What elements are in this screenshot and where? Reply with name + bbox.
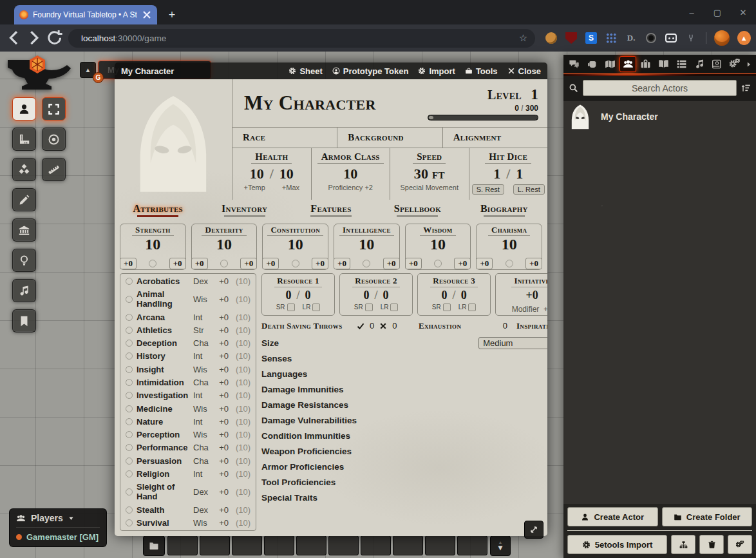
sound-controls[interactable] [12,279,36,302]
url-text[interactable]: localhost:30000/game [81,34,514,43]
macro-slot[interactable] [167,535,198,555]
skill-proficiency-radio[interactable] [126,392,133,399]
macro-slot[interactable] [296,535,326,555]
token-controls[interactable] [12,97,36,120]
skill-proficiency-radio[interactable] [126,519,133,526]
macro-slot[interactable] [425,535,455,555]
background-field[interactable]: Background [337,128,442,148]
sidebar-collapse-icon[interactable] [745,61,753,68]
skill-row[interactable]: History Int +0 (10) [126,351,250,361]
search-input[interactable] [583,80,737,96]
intelligence[interactable]: Intelligence 10 +0 +0 [334,224,400,270]
browser-tab[interactable]: Foundry Virtual Tabletop • A Stan [14,5,157,24]
skill-row[interactable]: Perception Wis +0 (10) [126,430,250,439]
charisma[interactable]: Charisma 10 +0 +0 [476,224,542,270]
skill-row[interactable]: Insight Wis +0 (10) [126,365,250,374]
skill-proficiency-radio[interactable] [126,327,133,334]
skill-proficiency-radio[interactable] [126,296,133,303]
tab-close-icon[interactable] [142,10,152,20]
new-tab-button[interactable]: + [164,6,180,23]
delete-button[interactable] [699,535,724,554]
ability-save[interactable]: +0 [454,258,471,269]
long-rest-checkbox[interactable] [390,303,398,311]
save-proficiency-radio[interactable] [149,260,156,267]
skill-proficiency-radio[interactable] [126,379,133,386]
skill-proficiency-radio[interactable] [126,506,133,514]
ability-save[interactable]: +0 [383,258,400,269]
playlists[interactable] [691,56,708,72]
resource-2[interactable]: Resource 2 0/0 SR LR [339,273,413,316]
skill-proficiency-radio[interactable] [126,457,133,465]
bookmark-star-icon[interactable]: ☆ [519,32,527,44]
skill-row[interactable]: Animal Handling Wis +0 (10) [126,289,250,309]
macro-slot[interactable] [328,535,359,555]
xp-counter[interactable]: 0 / 300 [428,104,538,113]
folder-tree-button[interactable] [671,535,695,554]
skill-proficiency-radio[interactable] [126,366,133,373]
drawing-controls[interactable] [12,188,36,211]
ability-save[interactable]: +0 [525,258,542,269]
spellbook[interactable]: Spellbook [374,203,460,221]
create-folder-button[interactable]: Create Folder [662,507,753,526]
long-rest-button[interactable]: L. Rest [513,184,545,195]
sheet[interactable]: Sheet [288,66,322,76]
compendium[interactable] [709,56,726,72]
skill-proficiency-radio[interactable] [126,444,133,451]
skill-proficiency-radio[interactable] [126,470,133,477]
ability-save[interactable]: +0 [240,258,257,269]
skill-row[interactable]: Nature Int +0 (10) [126,417,250,427]
address-bar[interactable]: localhost:30000/game ☆ [68,29,535,48]
skill-row[interactable]: Performance Cha +0 (10) [126,443,250,452]
players-header[interactable]: Players [16,513,100,528]
race-field[interactable]: Race [232,128,337,148]
features[interactable]: Features [288,203,374,221]
ability-modifier[interactable]: +0 [476,258,493,269]
resource-3[interactable]: Resource 3 0/0 SR LR [417,273,491,316]
skill-row[interactable]: Athletics Str +0 (10) [126,325,250,335]
strength[interactable]: Strength 10 +0 +0 [120,224,186,270]
settings[interactable] [727,56,744,72]
close[interactable]: Close [507,66,541,76]
maximize-icon[interactable]: ▢ [704,0,730,24]
character-portrait[interactable] [115,79,232,200]
grid-extension[interactable] [604,31,618,45]
update-chrome-icon[interactable]: ▲ [737,31,751,45]
skill-proficiency-radio[interactable] [126,418,133,425]
long-rest-checkbox[interactable] [468,303,476,311]
hotbar-page-buttons[interactable]: ▲ ▼ [490,535,511,556]
short-rest-checkbox[interactable] [287,303,295,311]
skill-proficiency-radio[interactable] [126,405,133,412]
ability-modifier[interactable]: +0 [120,258,137,269]
skill-proficiency-radio[interactable] [126,340,133,347]
attributes[interactable]: Attributes [115,203,201,221]
dnd-extension[interactable]: D. [624,31,638,45]
create-actor-button[interactable]: Create Actor [567,507,658,526]
select-tool[interactable] [42,97,66,120]
close-window-icon[interactable]: ✕ [730,0,756,24]
initiative-box[interactable]: Initiative +0 Modifier +0 [495,273,547,316]
players-panel[interactable]: Players Gamemaster [GM] [9,508,107,547]
size-select[interactable]: Medium [478,337,547,349]
ability-save[interactable]: +0 [312,258,328,269]
profile-avatar[interactable] [714,30,729,46]
ability-modifier[interactable]: +0 [262,258,279,269]
stylus-extension[interactable]: S [584,31,598,45]
lens-extension[interactable] [644,31,658,45]
fork-extension[interactable] [684,31,698,45]
save-proficiency-radio[interactable] [506,260,513,267]
death-failure-icon[interactable] [379,322,387,330]
armor-class-stat[interactable]: Armor Class 10 Proficiency +2 [311,148,390,200]
death-success-icon[interactable] [357,322,364,330]
note-controls[interactable] [12,309,36,332]
target-tool[interactable] [42,128,66,151]
save-proficiency-radio[interactable] [292,260,299,267]
skill-row[interactable]: Religion Int +0 (10) [126,469,250,479]
biography[interactable]: Biography [461,203,547,221]
save-proficiency-radio[interactable] [434,260,442,267]
short-rest-checkbox[interactable] [443,303,451,311]
back-icon[interactable] [5,29,23,47]
ability-modifier[interactable]: +0 [191,258,208,269]
tables[interactable] [674,56,690,72]
tools[interactable]: Tools [465,66,498,76]
skill-row[interactable]: Deception Cha +0 (10) [126,338,250,348]
